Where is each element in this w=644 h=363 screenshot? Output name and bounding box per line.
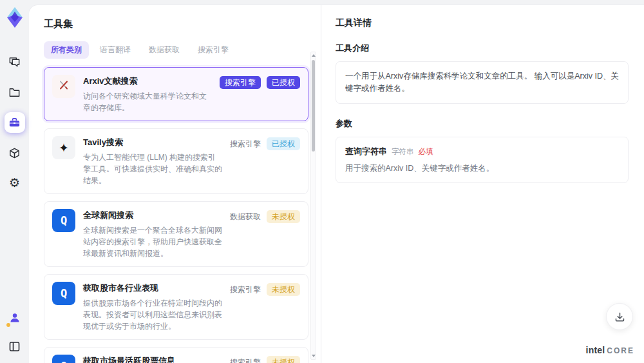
detail-title: 工具详情 [336,17,629,29]
tab-2[interactable]: 数据获取 [142,41,187,59]
rail-item-chat[interactable] [5,52,25,72]
app-logo-icon [5,6,24,28]
download-button[interactable] [606,303,633,330]
param-type: 字符串 [392,147,414,157]
category-tabs: 所有类别语言翻译数据获取搜索引擎 [44,41,321,59]
tool-detail-panel: 工具详情 工具介绍 一个用于从Arxiv存储库搜索科学论文和文章的工具。 输入可… [321,5,644,363]
intro-section-title: 工具介绍 [336,43,629,54]
q-logo-icon: Q [61,214,67,227]
tool-description: 专为人工智能代理 (LLM) 构建的搜索引擎工具。可快速提供实时、准确和真实的结… [83,152,222,186]
tools-panel: 工具集 所有类别语言翻译数据获取搜索引擎 Arxiv文献搜索 访问各个研究领域大… [29,5,321,363]
tool-description: 访问各个研究领域大量科学论文和文章的存储库。 [83,90,212,113]
tool-card[interactable]: Q 获取股市各行业表现 提供股票市场各个行业在特定时间段内的表现。投资者可以利用… [44,274,308,340]
gear-icon: ⚙ [9,177,20,190]
user-avatar-icon[interactable] [5,308,25,328]
tool-description: 全球新闻搜索是一个聚合全球各大新闻网站内容的搜索引擎，帮助用户快速获取全球最新资… [83,224,222,259]
param-name: 查询字符串 [345,146,387,157]
tool-icon-qnews: Q [52,209,75,232]
rail-item-toolbox[interactable] [5,112,25,133]
tavily-star-icon: ✦ [59,141,69,155]
tool-name: Tavily搜索 [83,137,222,148]
tool-card[interactable]: Q 获取市场最活跃股票信息 提供当天交易量最高的股票列表。投资者可以利用这些信息… [44,347,308,363]
auth-status-badge: 未授权 [267,356,300,363]
tool-list: Arxiv文献搜索 访问各个研究领域大量科学论文和文章的存储库。 搜索引擎 已授… [44,67,308,363]
chat-icon [8,56,21,68]
auth-status-badge: 未授权 [267,283,300,296]
left-rail: ⚙ [0,0,29,363]
rail-item-folder[interactable] [5,82,25,103]
tool-icon-tavily: ✦ [52,136,75,159]
category-badge: 搜索引擎 [230,283,261,296]
toolbox-icon [8,117,21,129]
tool-icon-qnews: Q [52,282,75,305]
collapse-sidebar-icon[interactable] [5,336,25,357]
brand-core-text: CORE [607,346,634,355]
scrollbar-thumb[interactable] [312,60,315,152]
tab-0[interactable]: 所有类别 [44,41,89,59]
q-logo-icon: Q [61,287,67,300]
category-badge: 搜索引擎 [230,137,261,150]
auth-status-badge: 已授权 [267,137,300,150]
tool-icon-qnews: Q [52,355,75,363]
category-badge: 搜索引擎 [230,356,261,363]
tool-card[interactable]: Q 全球新闻搜索 全球新闻搜索是一个聚合全球各大新闻网站内容的搜索引擎，帮助用户… [44,201,308,267]
package-icon [8,147,21,159]
tool-card[interactable]: Arxiv文献搜索 访问各个研究领域大量科学论文和文章的存储库。 搜索引擎 已授… [44,67,308,121]
arxiv-icon [58,79,70,93]
tool-card[interactable]: ✦ Tavily搜索 专为人工智能代理 (LLM) 构建的搜索引擎工具。可快速提… [44,128,308,194]
brand-intel-text: intel [586,345,605,355]
page-title: 工具集 [44,18,321,30]
tool-description: 提供股票市场各个行业在特定时间段内的表现。投资者可以利用这些信息来识别表现优于或… [83,297,222,332]
auth-status-badge: 未授权 [267,210,300,223]
intel-core-logo: intel CORE [586,345,634,355]
tool-name: Arxiv文献搜索 [83,75,212,87]
scrollbar-track[interactable] [310,52,316,360]
params-section-title: 参数 [336,118,629,130]
tool-name: 全球新闻搜索 [83,210,222,221]
scroll-down-icon[interactable] [312,355,316,357]
tool-name: 获取股市各行业表现 [83,282,222,294]
tool-name: 获取市场最活跃股票信息 [83,355,222,363]
tool-intro-box: 一个用于从Arxiv存储库搜索科学论文和文章的工具。 输入可以是Arxiv ID… [336,61,629,104]
status-dot [6,323,10,327]
auth-status-badge: 已授权 [267,76,300,89]
tool-icon-arxiv [52,75,75,98]
q-logo-icon: Q [61,360,67,363]
tab-1[interactable]: 语言翻译 [93,41,138,59]
folder-icon [8,86,21,99]
param-card: 查询字符串 字符串 必填 用于搜索的Arxiv ID、关键字或作者姓名。 [336,137,629,183]
category-badge: 搜索引擎 [220,76,261,89]
param-required-badge: 必填 [419,147,433,157]
params-list: 查询字符串 字符串 必填 用于搜索的Arxiv ID、关键字或作者姓名。 [336,137,629,183]
main-content: 工具集 所有类别语言翻译数据获取搜索引擎 Arxiv文献搜索 访问各个研究领域大… [29,5,644,363]
scroll-up-icon[interactable] [312,54,316,57]
rail-item-package[interactable] [5,142,25,163]
param-description: 用于搜索的Arxiv ID、关键字或作者姓名。 [345,163,619,174]
rail-item-settings[interactable]: ⚙ [5,173,25,193]
category-badge: 数据获取 [230,210,261,223]
tab-3[interactable]: 搜索引擎 [191,41,236,59]
